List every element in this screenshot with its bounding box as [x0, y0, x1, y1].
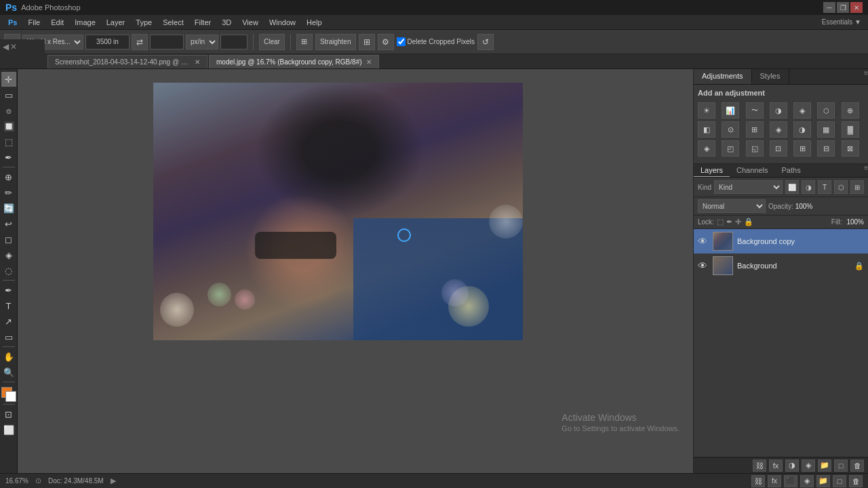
status-adj-icon[interactable]: ◈ — [800, 475, 814, 487]
collapse-icon[interactable]: ◀ — [3, 42, 9, 52]
clone-tool[interactable]: 🔄 — [1, 201, 16, 216]
background-color[interactable] — [5, 391, 16, 402]
menu-file[interactable]: File — [22, 17, 45, 28]
lock-position-icon[interactable]: ✛ — [735, 218, 741, 226]
shape-tool[interactable]: ▭ — [1, 329, 16, 344]
status-mask-icon[interactable]: ⬛ — [784, 475, 797, 487]
height-input[interactable] — [150, 35, 184, 49]
invert-icon[interactable]: ◑ — [793, 121, 811, 138]
levels-icon[interactable]: 📊 — [722, 102, 739, 119]
menu-type[interactable]: Type — [130, 17, 157, 28]
minimize-button[interactable]: ─ — [823, 2, 835, 13]
menu-layer[interactable]: Layer — [101, 17, 131, 28]
unit-select[interactable]: px/in — [186, 35, 218, 49]
layer-filter-pixel[interactable]: ⬜ — [785, 180, 799, 194]
crop-tool[interactable]: ⬚ — [1, 134, 16, 149]
adj5-icon[interactable]: ⊞ — [793, 140, 811, 157]
grid-icon[interactable]: ⊞ — [359, 34, 375, 50]
menu-3d[interactable]: 3D — [216, 17, 237, 28]
selective-color-icon[interactable]: ◰ — [722, 140, 739, 157]
adj7-icon[interactable]: ⊠ — [842, 140, 859, 157]
quick-select-tool[interactable]: 🔲 — [1, 119, 16, 134]
tab-adjustments[interactable]: Adjustments — [694, 69, 752, 84]
straighten-button[interactable]: Straighten — [315, 34, 356, 50]
brush-tool[interactable]: ✏ — [1, 185, 16, 200]
add-mask-btn[interactable]: ◑ — [785, 460, 799, 472]
menu-ps[interactable]: Ps — [3, 17, 22, 28]
status-link-icon[interactable]: ⛓ — [751, 475, 765, 487]
delete-cropped-label[interactable]: Delete Cropped Pixels — [397, 37, 475, 46]
lasso-tool[interactable]: ⌾ — [1, 103, 16, 118]
tab-paths[interactable]: Paths — [775, 164, 808, 177]
layer-item-bg-copy[interactable]: 👁 Background copy — [694, 229, 868, 253]
lock-transparent-icon[interactable]: ⬚ — [717, 218, 724, 226]
status-delete-icon[interactable]: 🗑 — [849, 475, 863, 487]
eyedropper-tool[interactable]: ✒ — [1, 150, 16, 165]
color-balance-icon[interactable]: ⊕ — [842, 102, 859, 119]
screen-mode-tool[interactable]: ⬜ — [1, 422, 16, 437]
quick-mask-tool[interactable]: ⊡ — [1, 407, 16, 422]
tab-close-model[interactable]: ✕ — [366, 58, 372, 66]
reset-icon[interactable]: ↺ — [477, 34, 494, 50]
tab-layers[interactable]: Layers — [694, 164, 730, 177]
color-lookup-icon[interactable]: ◈ — [770, 121, 787, 138]
visibility-icon-bg-copy[interactable]: 👁 — [698, 236, 709, 247]
layer-item-bg[interactable]: 👁 Background 🔒 — [694, 253, 868, 278]
layer-filter-type[interactable]: T — [818, 180, 831, 194]
delete-layer-btn[interactable]: 🗑 — [850, 460, 864, 472]
status-new-icon[interactable]: □ — [833, 475, 846, 487]
lock-all-icon[interactable]: 🔒 — [744, 218, 753, 226]
tab-model[interactable]: model.jpg @ 16.7% (Background copy, RGB/… — [209, 55, 379, 68]
photo-filter-icon[interactable]: ⊙ — [722, 121, 739, 138]
expand-icon[interactable]: ✕ — [10, 42, 17, 52]
lock-image-icon[interactable]: ✒ — [726, 218, 732, 226]
add-style-btn[interactable]: fx — [769, 460, 783, 472]
curves-icon[interactable]: 〜 — [746, 102, 764, 119]
layer-filter-shape[interactable]: ⬡ — [834, 180, 848, 194]
menu-window[interactable]: Window — [264, 17, 301, 28]
adj6-icon[interactable]: ⊟ — [817, 140, 835, 157]
swap-dimensions-icon[interactable]: ⇄ — [132, 34, 148, 50]
menu-select[interactable]: Select — [157, 17, 189, 28]
titlebar-controls[interactable]: ─ ❐ ✕ — [823, 2, 863, 13]
visibility-icon-bg[interactable]: 👁 — [698, 260, 709, 271]
clear-button[interactable]: Clear — [259, 34, 285, 50]
link-layers-btn[interactable]: ⛓ — [753, 460, 766, 472]
move-tool[interactable]: ✛ — [1, 72, 16, 87]
menu-help[interactable]: Help — [301, 17, 328, 28]
layer-filter-adj[interactable]: ◑ — [802, 180, 815, 194]
channel-mixer-icon[interactable]: ⊞ — [746, 121, 764, 138]
tab-styles[interactable]: Styles — [752, 69, 789, 84]
close-button[interactable]: ✕ — [850, 2, 863, 13]
tab-close-screenshot[interactable]: ✕ — [195, 58, 200, 66]
fill-value[interactable]: 100% — [846, 218, 864, 226]
text-tool[interactable]: T — [1, 298, 16, 313]
blur-tool[interactable]: ◌ — [1, 263, 16, 278]
posterize-icon[interactable]: ▦ — [817, 121, 835, 138]
width-input[interactable] — [85, 35, 130, 49]
selection-tool[interactable]: ▭ — [1, 87, 16, 102]
gradient-map-icon[interactable]: ◈ — [698, 140, 715, 157]
selective-color2-icon[interactable]: ◱ — [746, 140, 764, 157]
menu-view[interactable]: View — [237, 17, 264, 28]
layer-filter-smart[interactable]: ⊞ — [850, 180, 864, 194]
canvas-image[interactable] — [153, 83, 523, 340]
menu-filter[interactable]: Filter — [189, 17, 216, 28]
settings-icon[interactable]: ⚙ — [378, 34, 394, 50]
tab-channels[interactable]: Channels — [730, 164, 774, 177]
new-adjustment-btn[interactable]: ◈ — [802, 460, 815, 472]
layers-panel-collapse[interactable]: ≡ — [864, 164, 868, 177]
tab-screenshot[interactable]: Screenshot_2018-04-03-14-12-40.png @ 25%… — [47, 55, 208, 68]
exposure-icon[interactable]: ◑ — [770, 102, 787, 119]
threshold-icon[interactable]: ▓ — [842, 121, 859, 138]
bw-icon[interactable]: ◧ — [698, 121, 715, 138]
zoom-tool[interactable]: 🔍 — [1, 365, 16, 380]
nav-arrow[interactable]: ▶ — [111, 476, 116, 485]
vibrance-icon[interactable]: ◈ — [793, 102, 811, 119]
restore-button[interactable]: ❐ — [837, 2, 849, 13]
resolution-input[interactable] — [220, 35, 248, 49]
pen-tool[interactable]: ✒ — [1, 283, 16, 298]
menu-edit[interactable]: Edit — [45, 17, 69, 28]
menu-image[interactable]: Image — [69, 17, 101, 28]
layer-kind-select[interactable]: Kind — [714, 180, 783, 194]
